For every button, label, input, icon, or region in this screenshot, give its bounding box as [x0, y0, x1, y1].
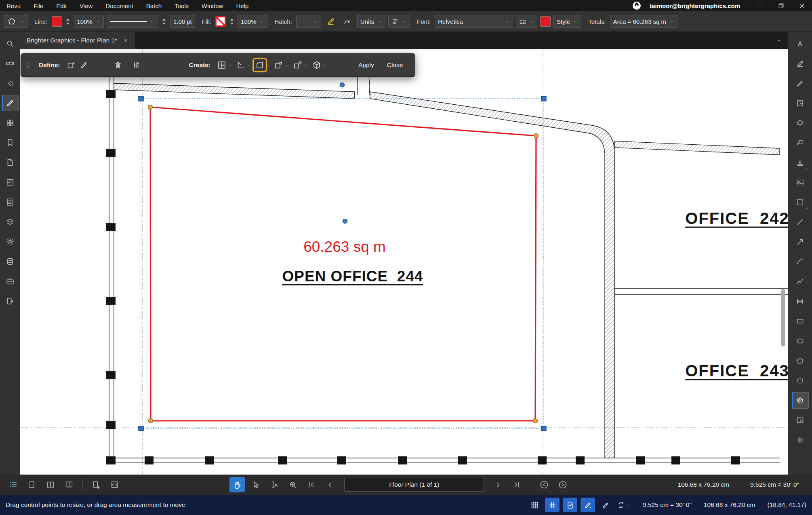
tab-floor-plan[interactable]: Brighter Graphics - Floor Plan 1*	[20, 32, 135, 49]
select-text-tool-button[interactable]	[267, 477, 282, 492]
hatch-dropdown[interactable]	[296, 15, 321, 28]
split-view-button[interactable]	[43, 477, 58, 492]
panel-markup-tools[interactable]	[2, 95, 19, 111]
vertex-control-points[interactable]	[148, 105, 539, 423]
menu-batch[interactable]: Batch	[140, 0, 168, 11]
grid-toggle[interactable]	[527, 498, 542, 512]
panel-studio[interactable]	[2, 253, 19, 270]
tab-list-chevron-icon[interactable]	[776, 37, 782, 44]
line-width-stepper[interactable]	[161, 16, 167, 27]
canvas-vertical-scrollbar[interactable]	[781, 289, 785, 346]
snap-to-content-toggle[interactable]	[563, 498, 577, 512]
tool-arc[interactable]	[792, 253, 809, 270]
panel-bookmarks[interactable]	[2, 135, 19, 151]
tool-stamp[interactable]	[792, 154, 809, 171]
line-opacity-stepper[interactable]	[65, 16, 71, 27]
zoom-tool-button[interactable]	[285, 477, 301, 492]
tool-polyline[interactable]	[792, 273, 809, 290]
menu-window[interactable]: Window	[195, 0, 229, 11]
fill-opacity-dropdown[interactable]: 100%	[238, 15, 267, 28]
highlighter-mode-button[interactable]	[324, 15, 338, 28]
tool-cloud[interactable]	[792, 115, 809, 131]
restore-button[interactable]	[776, 1, 786, 11]
fill-color-swatch[interactable]	[215, 16, 226, 27]
font-size-dropdown[interactable]: 12	[516, 15, 537, 28]
selection-handles[interactable]	[139, 96, 546, 431]
account-email[interactable]: taimoor@brightergraphics.com	[650, 2, 740, 9]
panel-file-access[interactable]	[2, 154, 19, 171]
reuse-markup-toggle[interactable]	[616, 498, 631, 512]
tool-rectangle[interactable]	[792, 313, 809, 329]
panel-links[interactable]	[2, 293, 19, 309]
tool-pen[interactable]	[792, 75, 809, 92]
tool-room[interactable]	[792, 95, 809, 112]
font-family-dropdown[interactable]: Helvetica	[435, 15, 513, 28]
snap-to-grid-toggle[interactable]	[545, 498, 560, 512]
menu-view[interactable]: View	[73, 0, 99, 11]
menu-document[interactable]: Document	[99, 0, 139, 11]
style-dropdown[interactable]: Style	[553, 15, 581, 28]
tool-text[interactable]	[792, 36, 809, 52]
line-width-input[interactable]: 1.00 pt	[170, 15, 195, 28]
create-3d-space-button[interactable]	[311, 59, 328, 72]
tool-measure-area[interactable]	[792, 392, 809, 409]
create-rect-region-button[interactable]	[273, 59, 290, 72]
snap-to-markup-toggle[interactable]	[581, 498, 595, 512]
fill-opacity-stepper[interactable]	[229, 16, 235, 27]
define-space-button[interactable]	[66, 59, 76, 71]
tool-polygon[interactable]	[792, 352, 809, 369]
create-corner-button[interactable]	[235, 59, 252, 72]
last-page-button[interactable]	[509, 477, 524, 492]
menu-revu[interactable]: Revu	[0, 0, 27, 11]
shape-style-dropdown[interactable]	[4, 15, 27, 28]
tool-image[interactable]	[792, 174, 809, 191]
line-style-dropdown[interactable]	[107, 15, 158, 28]
line-opacity-dropdown[interactable]: 100%	[74, 15, 104, 28]
create-space-grid-button[interactable]	[216, 59, 233, 72]
text-alignment-dropdown[interactable]	[388, 15, 410, 28]
markup-list-toggle[interactable]	[6, 477, 21, 492]
panel-measurements[interactable]	[2, 55, 19, 72]
previous-view-button[interactable]	[536, 477, 552, 492]
area-measurement-value[interactable]: 60.263 sq m	[303, 239, 386, 255]
menu-file[interactable]: File	[27, 0, 50, 11]
pan-tool-button[interactable]	[229, 477, 245, 492]
previous-page-button[interactable]	[322, 477, 338, 492]
markup-control-points[interactable]	[340, 83, 347, 224]
apply-button[interactable]: Apply	[353, 59, 379, 71]
panel-forms[interactable]	[2, 194, 19, 210]
toolbar-drag-handle-icon[interactable]	[23, 61, 33, 70]
menu-help[interactable]: Help	[229, 0, 255, 11]
tool-measure-cutout[interactable]	[792, 412, 809, 428]
delete-space-button[interactable]	[113, 59, 128, 71]
export-page-button[interactable]	[88, 477, 104, 492]
totals-dropdown[interactable]: Area = 60.263 sq m	[610, 15, 677, 28]
panel-search[interactable]	[2, 36, 19, 52]
tool-ellipse[interactable]	[792, 333, 809, 349]
tab-close-icon[interactable]	[123, 38, 128, 43]
panel-properties[interactable]	[2, 75, 19, 91]
create-subtract-region-button[interactable]	[292, 59, 309, 72]
menu-edit[interactable]: Edit	[50, 0, 73, 11]
create-polygon-button[interactable]	[254, 59, 271, 72]
tool-measure-count[interactable]	[792, 432, 809, 448]
menu-tools[interactable]: Tools	[168, 0, 195, 11]
next-page-button[interactable]	[490, 477, 506, 492]
first-page-button[interactable]	[304, 477, 319, 492]
page-navigation-field[interactable]: Floor Plan (1 of 1)	[344, 478, 484, 492]
font-color-swatch[interactable]	[540, 16, 551, 27]
tool-measure-length[interactable]	[792, 293, 809, 310]
panel-thumbnails[interactable]	[2, 115, 19, 131]
space-settings-button[interactable]	[131, 59, 141, 71]
multi-page-view-button[interactable]	[61, 477, 77, 492]
document-canvas[interactable]: 60.263 sq m OPEN OFFICE 244 OFFICE 242 O…	[20, 49, 788, 475]
tool-callout[interactable]	[792, 135, 809, 151]
next-view-button[interactable]	[555, 477, 570, 492]
panel-settings[interactable]	[2, 234, 19, 250]
area-measurement-polygon[interactable]	[150, 107, 536, 421]
tool-measure-perimeter[interactable]	[792, 372, 809, 389]
selection-bounds[interactable]	[141, 99, 544, 428]
tool-arrow[interactable]	[792, 234, 809, 250]
minimize-button[interactable]	[755, 1, 765, 11]
close-button[interactable]	[797, 1, 807, 11]
